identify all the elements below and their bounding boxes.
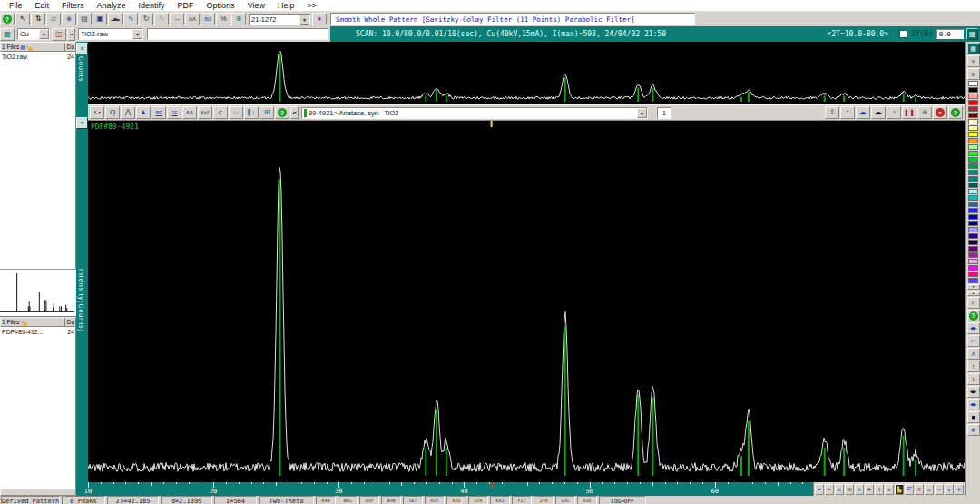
date-column-header[interactable]: Da [64, 318, 74, 326]
palette-color[interactable] [968, 227, 978, 232]
strip-menu-icon[interactable]: ≡ [76, 43, 88, 54]
status-toggle-fit[interactable]: FIT [512, 496, 532, 504]
offset-spinner-a[interactable]: ▴▾ [815, 484, 824, 495]
peak-id-icon[interactable]: ΛΛ [182, 106, 197, 119]
palette-color[interactable] [968, 100, 978, 105]
centroid-icon[interactable]: Ç [213, 106, 228, 119]
pdf-number-combo[interactable]: 21-1272 ▾ [249, 14, 310, 25]
last-pattern-button[interactable]: » [945, 484, 954, 495]
flat-curve-icon[interactable]: ∿ [154, 13, 169, 25]
profile-fit-icon[interactable]: ⋀ [121, 106, 135, 119]
display-spinner[interactable]: ▴▾ [67, 28, 75, 41]
bar-chart-icon[interactable]: ▂▅▃ [108, 13, 122, 25]
file-combo[interactable]: TiO2.raw ▾ [78, 28, 143, 40]
workspace-folder-icon[interactable]: ▦ [0, 28, 15, 41]
palette-color[interactable] [968, 246, 978, 252]
log-toggle[interactable]: LOG=OFF [599, 496, 646, 504]
palette-color[interactable] [968, 265, 978, 271]
scale-intensity-icon[interactable]: ▍↕ [244, 106, 259, 119]
palette-color[interactable] [968, 163, 978, 169]
palette-color[interactable] [968, 202, 978, 207]
overlap-button[interactable]: v [885, 484, 894, 495]
help2-icon[interactable]: ? [275, 106, 289, 119]
band-settings-icon[interactable]: ▦ [966, 28, 978, 40]
status-toggle-ka1[interactable]: KA1 [490, 496, 510, 504]
pan-arrows-icon[interactable]: ↔ [170, 13, 184, 25]
help3-icon[interactable]: ? [948, 106, 963, 119]
pan-lr-blue-icon[interactable]: ◀▶ [856, 106, 870, 119]
folder-mini-icon[interactable]: ▄ [24, 320, 27, 325]
background-fit-icon[interactable]: BG [201, 13, 215, 25]
globe-icon[interactable]: ⊕ [917, 106, 932, 119]
first-pattern-button[interactable]: « [925, 484, 934, 495]
stick-pattern-preview[interactable] [0, 269, 76, 317]
height-button[interactable]: h [855, 484, 864, 495]
menu-options[interactable]: Options [201, 1, 241, 10]
palette-color[interactable] [968, 151, 978, 156]
palette-collapse-icon[interactable]: ▾ [967, 284, 980, 290]
close-strip-icon[interactable]: × [967, 55, 980, 67]
status-toggle-raw[interactable]: RAW [316, 496, 336, 504]
palette-color[interactable] [968, 125, 978, 131]
arrow-lr-blue-icon[interactable]: ◀▶ [967, 399, 980, 410]
smooth-curve-icon[interactable]: ∿ [123, 13, 138, 25]
palette-color[interactable] [968, 138, 978, 143]
normalize-button[interactable]: n [835, 484, 844, 495]
pointer-mode-icon[interactable]: ↖ [15, 13, 30, 25]
remove-button[interactable]: − [935, 484, 944, 495]
sidebar-splitter[interactable] [0, 489, 76, 496]
palette-color[interactable] [968, 252, 978, 258]
file-list-item[interactable]: TiO2.raw 24 [0, 52, 76, 61]
palette-color[interactable] [968, 106, 978, 112]
palette-color[interactable] [968, 195, 978, 201]
arrow-up-icon[interactable]: ↑ [967, 361, 980, 372]
main-chart-panel[interactable]: PDF#89-4921 [88, 121, 965, 482]
grid2-icon[interactable]: # [967, 424, 980, 436]
strip-percent-icon[interactable]: % [216, 13, 230, 25]
bottom-file-panel-header[interactable]: 1 Files ◔▄ Da [0, 317, 76, 327]
annotation-field[interactable] [147, 28, 328, 40]
tile-button[interactable]: # [955, 484, 964, 495]
status-toggle-log[interactable]: LOG [555, 496, 575, 504]
eraser-icon[interactable]: ◔ [887, 106, 901, 119]
chevron-up-icon[interactable]: ∧ [967, 348, 980, 360]
combo-arrow-icon[interactable]: ▾ [132, 29, 142, 39]
menu-view[interactable]: View [241, 1, 271, 10]
stack-updown-icon[interactable]: ↕ [840, 106, 855, 119]
save-icon[interactable]: ▣ [93, 13, 107, 25]
menu-filters[interactable]: Filters [55, 1, 91, 10]
overview-chart-panel[interactable] [88, 42, 965, 104]
palette-color[interactable] [968, 81, 978, 86]
status-toggle-2th[interactable]: 2TH [534, 496, 554, 504]
palette-color[interactable] [968, 233, 978, 239]
top-file-panel-header[interactable]: 1 Files ▦◔▄ Da [0, 42, 76, 52]
combo-arrow-icon[interactable]: ▾ [299, 15, 309, 25]
menu-analyze[interactable]: Analyze [91, 1, 132, 10]
percent-button[interactable]: % [845, 484, 854, 495]
palette-color[interactable] [968, 208, 978, 213]
combo-arrow-icon[interactable]: ▾ [39, 29, 49, 39]
trace-color-button[interactable]: ▙ [895, 484, 904, 495]
palette-expand-icon[interactable]: ▴ [967, 291, 980, 296]
palette-color[interactable] [968, 170, 978, 175]
palette-color[interactable] [968, 240, 978, 245]
anode-combo[interactable]: Cu ▾ [17, 28, 50, 40]
dots-icon[interactable]: ∷ [967, 335, 980, 347]
background-edit-icon[interactable]: BE [152, 106, 166, 119]
palette-color[interactable] [968, 189, 978, 194]
axis-font-icon[interactable]: A↕ [229, 106, 243, 119]
pointer-z-icon[interactable]: ↖z [90, 106, 104, 119]
colorbars-icon[interactable]: ▌▐ [902, 106, 916, 119]
palette-color[interactable] [968, 278, 978, 283]
palette-icon[interactable]: ◐ [967, 297, 980, 309]
palette-color[interactable] [968, 221, 978, 226]
web-pdf-icon[interactable]: ⊕ [231, 13, 246, 25]
status-toggle-str[interactable]: STR [468, 496, 488, 504]
phase-combo[interactable]: 89-4921> Anatase, syn - TiO2 ▾ [301, 107, 648, 119]
flame-icon[interactable]: ● [312, 13, 327, 25]
intensity-button[interactable]: I [875, 484, 884, 495]
folder-mini-icon[interactable]: ▄ [28, 44, 32, 50]
arrow-lr-icon[interactable]: ◀▶ [967, 386, 980, 398]
offset-spinner-b[interactable]: ▴▾ [825, 484, 834, 495]
menu-pdf[interactable]: PDF [172, 1, 201, 10]
